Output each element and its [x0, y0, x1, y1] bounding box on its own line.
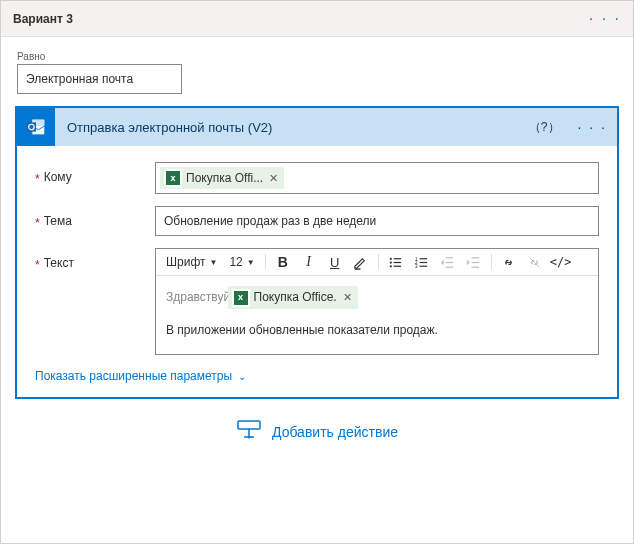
send-email-card: Отправка электронной почты (V2) （?） · · … [15, 106, 619, 399]
advanced-options-link[interactable]: Показать расширенные параметры ⌄ [17, 365, 617, 397]
condition-label: Равно [17, 51, 617, 62]
add-action-icon [236, 419, 262, 444]
subject-label: *Тема [35, 206, 155, 236]
action-more-button[interactable]: · · · [568, 119, 617, 135]
svg-point-5 [390, 257, 392, 259]
case-header: Вариант 3 · · · [1, 1, 633, 37]
outlook-icon [17, 108, 55, 146]
excel-icon: x [232, 289, 250, 307]
action-help-button[interactable]: （?） [521, 119, 568, 136]
italic-button[interactable]: I [298, 251, 320, 273]
rich-text-editor: Шрифт▼ 12▼ B I U [155, 248, 599, 355]
action-header: Отправка электронной почты (V2) （?） · · … [17, 108, 617, 146]
toolbar-divider [265, 254, 266, 270]
underline-button[interactable]: U [324, 251, 346, 273]
svg-point-7 [390, 261, 392, 263]
numbered-list-button[interactable]: 123 [411, 251, 433, 273]
action-title: Отправка электронной почты (V2) [55, 120, 521, 135]
toolbar-divider [491, 254, 492, 270]
body-chip[interactable]: x Покупка Office. ✕ [228, 286, 358, 309]
svg-rect-24 [238, 421, 260, 429]
add-action-link[interactable]: Добавить действие [272, 424, 398, 440]
chevron-down-icon: ⌄ [238, 371, 246, 382]
to-chip[interactable]: x Покупка Offi... ✕ [160, 167, 284, 189]
editor-content[interactable]: Здравствуйте, x Покупка Office. ✕ В прил… [156, 276, 598, 354]
to-label: *Кому [35, 162, 155, 194]
body-text: В приложении обновленные показатели прод… [166, 321, 588, 340]
to-row: *Кому x Покупка Offi... ✕ [35, 162, 599, 194]
svg-point-9 [390, 265, 392, 267]
subject-input[interactable] [155, 206, 599, 236]
outdent-button[interactable] [437, 251, 459, 273]
body-label: *Текст [35, 248, 155, 355]
to-chip-label: Покупка Offi... [186, 171, 263, 185]
condition-area: Равно [1, 37, 633, 104]
indent-button[interactable] [463, 251, 485, 273]
body-chip-remove[interactable]: ✕ [343, 289, 352, 307]
case-more-button[interactable]: · · · [589, 10, 621, 28]
toolbar-divider [378, 254, 379, 270]
unlink-button[interactable] [524, 251, 546, 273]
subject-row: *Тема [35, 206, 599, 236]
bullet-list-button[interactable] [385, 251, 407, 273]
highlight-button[interactable] [350, 251, 372, 273]
body-row: *Текст Шрифт▼ 12▼ B I U [35, 248, 599, 355]
excel-icon: x [164, 169, 182, 187]
action-body: *Кому x Покупка Offi... ✕ *Тема *Текст [17, 146, 617, 365]
footer: Добавить действие [1, 419, 633, 444]
to-chip-remove[interactable]: ✕ [269, 172, 278, 185]
condition-input[interactable] [17, 64, 182, 94]
to-input[interactable]: x Покупка Offi... ✕ [155, 162, 599, 194]
link-button[interactable] [498, 251, 520, 273]
font-size-selector[interactable]: 12▼ [225, 253, 258, 271]
case-title: Вариант 3 [13, 12, 73, 26]
body-chip-label: Покупка Office. [254, 288, 337, 307]
font-selector[interactable]: Шрифт▼ [162, 253, 221, 271]
svg-text:3: 3 [415, 264, 418, 269]
code-view-button[interactable]: </> [550, 251, 572, 273]
bold-button[interactable]: B [272, 251, 294, 273]
editor-toolbar: Шрифт▼ 12▼ B I U [156, 249, 598, 276]
